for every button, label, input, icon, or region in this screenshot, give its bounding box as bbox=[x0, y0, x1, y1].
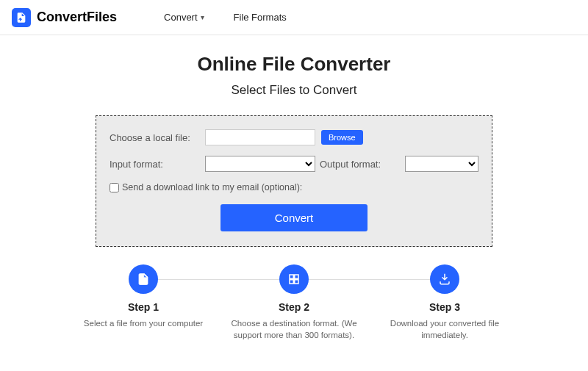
choose-file-label: Choose a local file: bbox=[110, 132, 205, 143]
nav-convert[interactable]: Convert ▾ bbox=[164, 12, 204, 23]
brand[interactable]: ConvertFiles bbox=[12, 8, 117, 27]
step-2: Step 2 Choose a destination format. (We … bbox=[224, 264, 364, 341]
page-title: Online File Converter bbox=[0, 53, 588, 76]
input-format-select[interactable] bbox=[205, 156, 315, 172]
file-icon bbox=[129, 264, 158, 294]
top-nav: ConvertFiles Convert ▾ File Formats bbox=[0, 0, 588, 35]
output-format-label: Output format: bbox=[320, 159, 381, 170]
steps: Step 1 Select a file from your computer … bbox=[74, 264, 514, 341]
email-row: Send a download link to my email (option… bbox=[110, 182, 478, 192]
nav-file-formats[interactable]: File Formats bbox=[234, 12, 287, 23]
converter-panel: Choose a local file: Browse Input format… bbox=[96, 115, 492, 247]
step-title: Step 1 bbox=[74, 301, 213, 313]
format-row: Input format: Output format: bbox=[110, 156, 478, 172]
download-icon bbox=[430, 264, 459, 294]
chevron-down-icon: ▾ bbox=[201, 13, 204, 21]
choose-file-row: Choose a local file: Browse bbox=[110, 129, 478, 145]
browse-button[interactable]: Browse bbox=[321, 130, 363, 145]
step-1: Step 1 Select a file from your computer bbox=[74, 264, 213, 341]
hero: Online File Converter Select Files to Co… bbox=[0, 53, 588, 98]
brand-name: ConvertFiles bbox=[37, 10, 117, 25]
nav-convert-label: Convert bbox=[164, 12, 198, 23]
brand-logo-icon bbox=[12, 8, 31, 27]
convert-button[interactable]: Convert bbox=[220, 204, 368, 231]
nav-links: Convert ▾ File Formats bbox=[164, 12, 287, 23]
email-label: Send a download link to my email (option… bbox=[122, 182, 302, 192]
step-title: Step 3 bbox=[375, 301, 514, 313]
grid-icon bbox=[279, 264, 309, 294]
input-format-label: Input format: bbox=[110, 159, 205, 170]
nav-file-formats-label: File Formats bbox=[234, 12, 287, 23]
step-3: Step 3 Download your converted file imme… bbox=[375, 264, 514, 341]
page-subtitle: Select Files to Convert bbox=[0, 83, 588, 98]
step-title: Step 2 bbox=[224, 301, 364, 313]
step-desc: Download your converted file immediately… bbox=[375, 317, 514, 341]
file-input[interactable] bbox=[205, 129, 315, 145]
output-format-select[interactable] bbox=[405, 156, 478, 172]
step-desc: Choose a destination format. (We support… bbox=[224, 317, 364, 341]
step-desc: Select a file from your computer bbox=[74, 317, 213, 329]
email-checkbox[interactable] bbox=[110, 183, 119, 192]
